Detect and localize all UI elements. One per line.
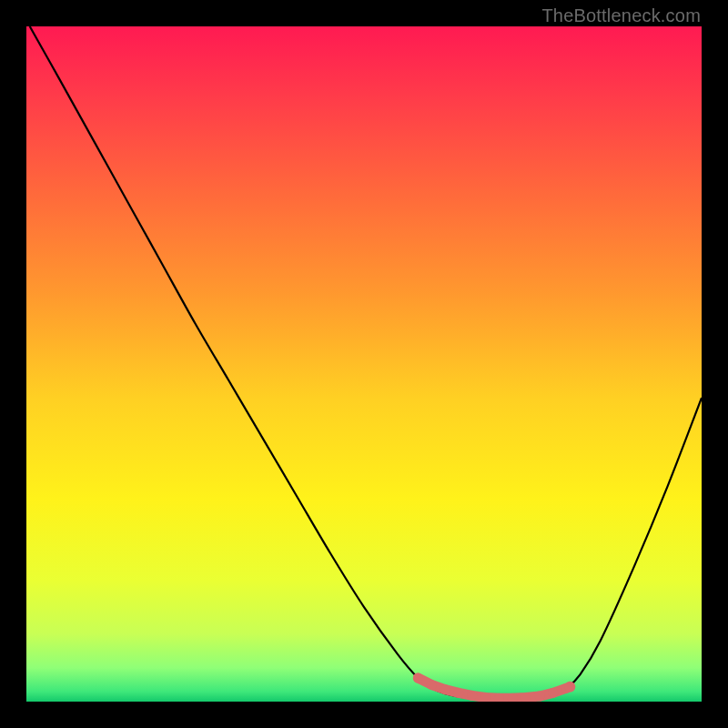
curve-layer — [26, 26, 702, 702]
optimal-range-dot — [534, 692, 544, 702]
optimal-range-dot — [413, 673, 423, 683]
watermark-text: TheBottleneck.com — [541, 5, 701, 26]
optimal-range-markers — [413, 673, 575, 702]
bottleneck-curve — [30, 26, 702, 700]
optimal-range-dot — [453, 688, 463, 698]
optimal-range-dot — [548, 688, 558, 698]
chart-container: TheBottleneck.com — [0, 0, 728, 728]
optimal-range-dot — [440, 684, 450, 694]
optimal-point-marker — [564, 682, 575, 693]
plot-area — [26, 26, 702, 702]
optimal-range-dot — [427, 680, 437, 690]
optimal-range-dot — [467, 691, 477, 701]
